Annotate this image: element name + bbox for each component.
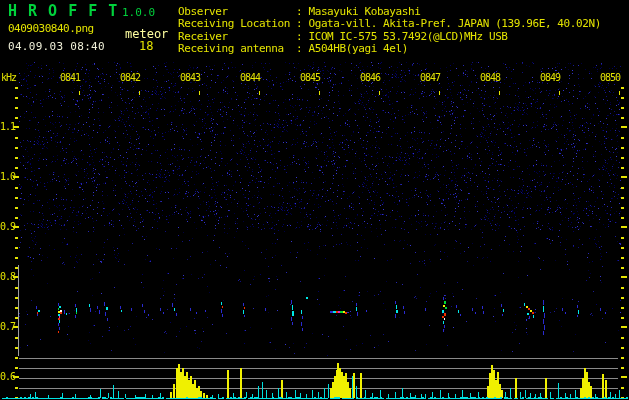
time-tick-label: 0845 [296,73,320,83]
freq-axis-unit-label: kHz [1,73,16,83]
time-tick-label: 0842 [116,73,140,83]
station-info-label: Observer [178,5,296,17]
station-info-value: A504HB(yagi 4el) [296,42,408,54]
station-info-value: ICOM IC-575 53.7492(@LCD)MHz USB [296,30,508,42]
station-info-value: Masayuki Kobayashi [296,5,420,17]
spectrogram-canvas [0,0,629,400]
station-info-value: Ogata-vill. Akita-Pref. JAPAN (139.96E, … [296,17,601,29]
time-tick-label: 0841 [56,73,80,83]
station-info-row: Receiving antennaA504HB(yagi 4el) [178,42,601,54]
freq-tick-label: 0.6 [0,372,15,382]
observation-datetime: 04.09.03 08:40 [8,41,105,52]
freq-tick-label: 1.1 [0,122,15,132]
freq-tick-label: 0.8 [0,272,15,282]
time-tick-label: 0850 [596,73,620,83]
station-info-row: ReceiverICOM IC-575 53.7492(@LCD)MHz USB [178,30,601,42]
station-info-label: Receiving Location [178,17,296,29]
station-info-row: ObserverMasayuki Kobayashi [178,5,601,17]
station-info-label: Receiving antenna [178,42,296,54]
time-tick-label: 0844 [236,73,260,83]
hrofft-output-image: H R O F F T 1.0.0 0409030840.png meteor … [0,0,629,400]
time-tick-label: 0848 [476,73,500,83]
freq-tick-label: 1.0 [0,172,15,182]
freq-tick-label: 0.7 [0,322,15,332]
app-title: H R O F F T [8,4,118,19]
time-tick-label: 0843 [176,73,200,83]
station-info-row: Receiving LocationOgata-vill. Akita-Pref… [178,17,601,29]
station-info-label: Receiver [178,30,296,42]
time-tick-label: 0849 [536,73,560,83]
output-filename: 0409030840.png [8,23,94,34]
echo-count: 18 [139,40,153,52]
app-version: 1.0.0 [122,7,155,18]
time-tick-label: 0847 [416,73,440,83]
freq-tick-label: 0.9 [0,222,15,232]
station-info-block: ObserverMasayuki Kobayashi Receiving Loc… [178,5,601,55]
time-tick-label: 0846 [356,73,380,83]
